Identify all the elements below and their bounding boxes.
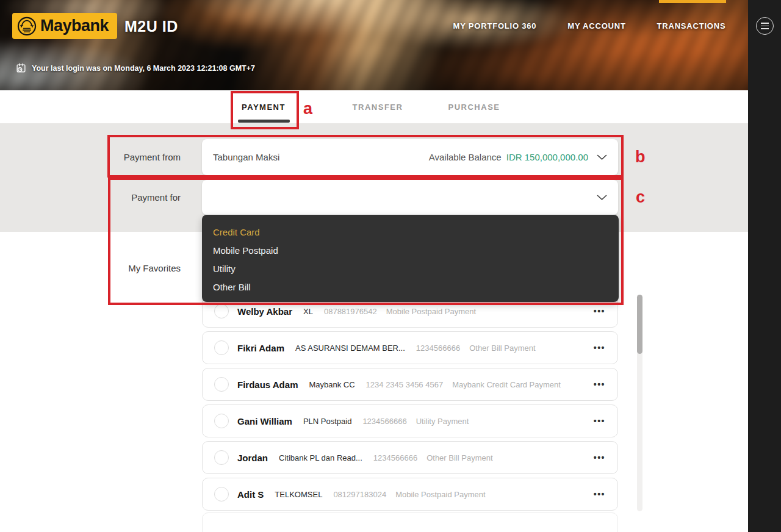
annotation-letter-c: c <box>636 188 645 207</box>
chevron-down-icon <box>597 154 607 160</box>
radio-button[interactable] <box>214 487 229 501</box>
favorite-service: TELKOMSEL <box>275 490 322 499</box>
main-tabbar: PAYMENTTRANSFERPURCHASE <box>0 90 748 123</box>
favorite-service: Maybank CC <box>309 380 355 389</box>
nav-item-my-account[interactable]: MY ACCOUNT <box>567 21 625 31</box>
more-options-icon[interactable]: ••• <box>594 416 605 426</box>
dropdown-option-other-bill[interactable]: Other Bill <box>202 278 619 297</box>
nav-item-transactions[interactable]: TRANSACTIONS <box>657 21 726 31</box>
radio-button[interactable] <box>214 377 229 392</box>
favorite-service: Citibank PL dan Read... <box>279 453 362 462</box>
radio-button[interactable] <box>214 450 229 465</box>
favorite-payment-type: Maybank Credit Card Payment <box>452 380 561 389</box>
favorite-name: Firdaus Adam <box>237 379 298 390</box>
favorite-service: PLN Postpaid <box>303 417 352 426</box>
top-accent-bar <box>659 0 726 3</box>
favorite-payment-type: Mobile Postpaid Payment <box>386 307 476 316</box>
dropdown-option-utility[interactable]: Utility <box>202 260 619 278</box>
more-options-icon[interactable]: ••• <box>594 489 605 499</box>
favorite-name: Adit S <box>237 489 264 500</box>
favorite-name: Welby Akbar <box>237 306 292 317</box>
dropdown-option-mobile-postpaid[interactable]: Mobile Postpaid <box>202 242 619 260</box>
account-name: Tabungan Maksi <box>213 152 279 162</box>
radio-button[interactable] <box>214 340 229 355</box>
favorite-payment-type: Other Bill Payment <box>426 453 492 462</box>
favorite-service: XL <box>303 307 313 316</box>
favorite-number: 1234566666 <box>416 343 460 353</box>
annotation-letter-b: b <box>635 148 646 167</box>
active-tab-underline <box>238 120 290 123</box>
favorite-name: Gani William <box>237 416 292 426</box>
favorite-payment-type: Other Bill Payment <box>469 343 535 353</box>
favorite-number: 087881976542 <box>324 307 377 316</box>
favorite-payment-type: Utility Payment <box>416 417 469 426</box>
radio-button[interactable] <box>214 414 229 428</box>
favorite-row-partial <box>202 512 618 532</box>
favorite-name: Fikri Adam <box>237 343 284 353</box>
right-side-panel <box>748 0 781 532</box>
header: Maybank M2U ID MY PORTFOLIO 360MY ACCOUN… <box>0 0 748 90</box>
favorite-row[interactable]: Adit S TELKOMSEL 081297183024 Mobile Pos… <box>202 478 618 511</box>
maybank-logo[interactable]: Maybank <box>12 13 117 39</box>
nav-item-my-portfolio-360[interactable]: MY PORTFOLIO 360 <box>453 21 537 31</box>
favorite-name: Jordan <box>237 453 268 463</box>
last-login-bar: Your last login was on Monday, 6 March 2… <box>16 63 255 73</box>
tab-transfer[interactable]: TRANSFER <box>353 90 403 123</box>
favorite-payment-type: Mobile Postpaid Payment <box>395 490 485 499</box>
scrollbar-thumb[interactable] <box>637 295 642 354</box>
favorite-number: 081297183024 <box>333 490 386 499</box>
payment-for-select[interactable] <box>202 180 618 215</box>
hamburger-menu-icon[interactable] <box>756 17 774 35</box>
chevron-down-icon <box>597 195 607 201</box>
more-options-icon[interactable]: ••• <box>594 379 605 389</box>
tab-payment[interactable]: PAYMENT <box>242 90 286 123</box>
payment-from-label: Payment from <box>61 152 181 162</box>
available-balance-value: IDR 150,000,000.00 <box>506 152 588 162</box>
calendar-clock-icon <box>16 63 26 73</box>
payment-from-select[interactable]: Tabungan Maksi Available Balance IDR 150… <box>202 139 618 175</box>
radio-button[interactable] <box>214 304 229 318</box>
favorite-row[interactable]: Fikri Adam AS ASURANSI DEMAM BER... 1234… <box>202 331 618 364</box>
annotation-letter-a: a <box>303 99 312 118</box>
payment-for-dropdown: Credit CardMobile PostpaidUtilityOther B… <box>202 215 619 302</box>
payment-for-label: Payment for <box>61 192 181 203</box>
app-title: M2U ID <box>124 18 178 35</box>
tiger-head-icon <box>16 16 37 37</box>
more-options-icon[interactable]: ••• <box>594 453 605 462</box>
favorite-number: 1234566666 <box>362 417 406 426</box>
available-balance-label: Available Balance <box>429 152 502 162</box>
favorite-row[interactable]: Firdaus Adam Maybank CC 1234 2345 3456 4… <box>202 368 618 401</box>
favorite-number: 1234 2345 3456 4567 <box>366 380 444 389</box>
favorite-number: 1234566666 <box>373 453 417 462</box>
tab-purchase[interactable]: PURCHASE <box>448 90 500 123</box>
favorite-row[interactable]: Jordan Citibank PL dan Read... 123456666… <box>202 441 618 474</box>
favorites-list: Welby Akbar XL 087881976542 Mobile Postp… <box>202 295 618 532</box>
more-options-icon[interactable]: ••• <box>594 343 605 353</box>
dropdown-option-credit-card[interactable]: Credit Card <box>202 223 619 242</box>
tabs-container: PAYMENTTRANSFERPURCHASE <box>0 90 748 123</box>
maybank-wordmark: Maybank <box>40 16 109 35</box>
favorite-service: AS ASURANSI DEMAM BER... <box>295 343 405 353</box>
my-favorites-label: My Favorites <box>61 263 181 273</box>
favorite-row[interactable]: Gani William PLN Postpaid 1234566666 Uti… <box>202 404 618 437</box>
more-options-icon[interactable]: ••• <box>594 306 605 316</box>
last-login-text: Your last login was on Monday, 6 March 2… <box>32 64 255 73</box>
